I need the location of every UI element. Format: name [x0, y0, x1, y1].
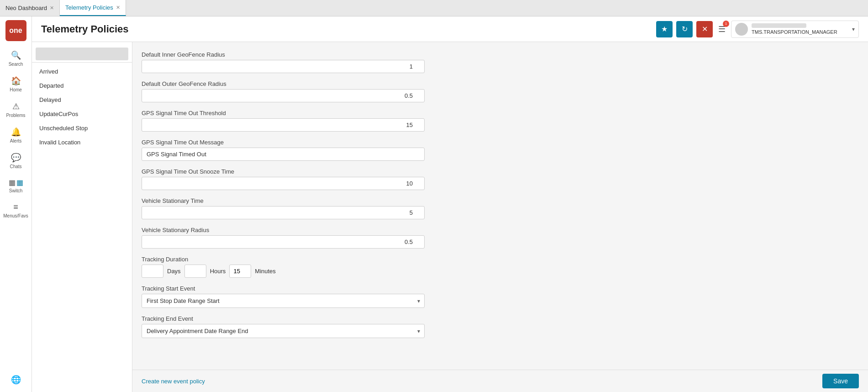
field-group-gps-snooze: GPS Signal Time Out Snooze Time: [142, 168, 859, 190]
tracking-start-event-wrapper: First Stop Date Range Start Delivery App…: [142, 294, 425, 308]
hamburger-button[interactable]: ☰ 1: [716, 22, 727, 36]
avatar: [735, 23, 748, 36]
app-layout: one 🔍 Search 🏠 Home ⚠ Problems 🔔 Alerts …: [0, 16, 868, 392]
nav-link-unscheduled-stop[interactable]: Unscheduled Stop: [32, 121, 132, 135]
tab-bar: Neo Dashboard ✕ Telemetry Policies ✕: [0, 0, 868, 16]
field-group-gps-timeout-threshold: GPS Signal Time Out Threshold: [142, 110, 859, 132]
label-tracking-end-event: Tracking End Event: [142, 315, 859, 322]
select-tracking-start-event[interactable]: First Stop Date Range Start Delivery App…: [142, 294, 425, 308]
home-icon: 🏠: [11, 76, 21, 86]
page-header: Telemetry Policies ★ ↻ ✕ ☰ 1 TMS.TRANSPO…: [32, 16, 868, 42]
sidebar-item-problems-label: Problems: [6, 113, 25, 118]
input-stationary-radius[interactable]: [142, 235, 425, 249]
search-icon: 🔍: [11, 50, 21, 60]
tracking-end-event-wrapper: Delivery Appointment Date Range End Firs…: [142, 324, 425, 338]
sidebar-item-chats-label: Chats: [10, 164, 21, 169]
input-duration-hours[interactable]: [184, 265, 206, 278]
duration-minutes-label: Minutes: [255, 268, 276, 275]
nav-link-updatecurpos[interactable]: UpdateCurPos: [32, 107, 132, 121]
sidebar-item-home[interactable]: 🏠 Home: [2, 72, 30, 96]
label-inner-geofence: Default Inner GeoFence Radius: [142, 51, 859, 58]
logo-text: one: [9, 26, 22, 35]
input-duration-days[interactable]: [142, 265, 163, 278]
tab-neo-dashboard-label: Neo Dashboard: [5, 5, 47, 11]
tab-neo-dashboard[interactable]: Neo Dashboard ✕: [0, 0, 60, 16]
tab-telemetry-policies[interactable]: Telemetry Policies ✕: [60, 0, 126, 16]
sidebar-item-switch[interactable]: ▦ ▦ Switch: [2, 175, 30, 197]
sidebar-item-alerts-label: Alerts: [10, 138, 22, 143]
sidebar-item-switch-label: Switch: [9, 188, 22, 193]
sidebar-item-chats[interactable]: 💬 Chats: [2, 149, 30, 173]
input-gps-timeout-threshold[interactable]: [142, 118, 425, 132]
menu-icon: ≡: [13, 202, 18, 212]
sidebar: one 🔍 Search 🏠 Home ⚠ Problems 🔔 Alerts …: [0, 16, 32, 392]
sidebar-item-menus-favs[interactable]: ≡ Menus/Favs: [2, 199, 30, 222]
warning-icon: ⚠: [12, 101, 20, 111]
sidebar-item-search-label: Search: [9, 62, 23, 67]
header-actions: ★ ↻ ✕ ☰ 1 TMS.TRANSPORTATION_MANAGER ▾: [656, 21, 859, 38]
label-gps-timeout-message: GPS Signal Time Out Message: [142, 139, 859, 146]
input-gps-snooze[interactable]: [142, 177, 425, 190]
page-title: Telemetry Policies: [41, 23, 129, 35]
footer-bar: Create new event policy Save: [132, 370, 868, 392]
label-gps-snooze: GPS Signal Time Out Snooze Time: [142, 168, 859, 175]
tab-telemetry-policies-close[interactable]: ✕: [116, 5, 120, 11]
sidebar-item-search[interactable]: 🔍 Search: [2, 47, 30, 70]
switch-icon-right: ▦: [16, 178, 23, 187]
main-content: Default Inner GeoFence Radius Default Ou…: [132, 42, 868, 370]
close-button[interactable]: ✕: [696, 21, 713, 37]
create-event-policy-link[interactable]: Create new event policy: [142, 378, 205, 385]
field-group-tracking-end-event: Tracking End Event Delivery Appointment …: [142, 315, 859, 338]
save-button[interactable]: Save: [822, 374, 859, 388]
star-button[interactable]: ★: [656, 21, 673, 37]
sidebar-item-menus-favs-label: Menus/Favs: [3, 213, 28, 218]
duration-days-label: Days: [167, 268, 181, 275]
user-area[interactable]: TMS.TRANSPORTATION_MANAGER ▾: [731, 21, 859, 38]
label-tracking-start-event: Tracking Start Event: [142, 285, 859, 292]
globe-icon: 🌐: [11, 375, 21, 385]
field-group-stationary-time: Vehicle Stationary Time: [142, 197, 859, 219]
logo[interactable]: one: [5, 20, 26, 41]
nav-link-delayed[interactable]: Delayed: [32, 93, 132, 107]
sidebar-item-globe[interactable]: 🌐: [2, 371, 30, 388]
input-stationary-time[interactable]: [142, 206, 425, 219]
label-gps-timeout-threshold: GPS Signal Time Out Threshold: [142, 110, 859, 117]
chevron-down-icon: ▾: [852, 26, 855, 32]
switch-icons: ▦ ▦: [9, 178, 23, 187]
nav-link-invalid-location[interactable]: Invalid Location: [32, 135, 132, 149]
sidebar-item-problems[interactable]: ⚠ Problems: [2, 98, 30, 122]
panel-divider: [32, 62, 132, 63]
notification-badge: 1: [723, 21, 729, 27]
duration-hours-label: Hours: [210, 268, 226, 275]
tab-telemetry-policies-label: Telemetry Policies: [65, 4, 113, 11]
input-duration-minutes[interactable]: [229, 265, 251, 278]
chat-icon: 💬: [11, 153, 21, 163]
tracking-duration-row: Days Hours Minutes: [142, 265, 859, 278]
input-gps-timeout-message[interactable]: [142, 148, 425, 161]
label-outer-geofence: Default Outer GeoFence Radius: [142, 80, 859, 87]
nav-link-arrived[interactable]: Arrived: [32, 64, 132, 79]
header-and-content: Telemetry Policies ★ ↻ ✕ ☰ 1 TMS.TRANSPO…: [32, 16, 868, 392]
user-info: TMS.TRANSPORTATION_MANAGER: [752, 23, 848, 35]
nav-link-departed[interactable]: Departed: [32, 79, 132, 93]
field-group-tracking-duration: Tracking Duration Days Hours Minutes: [142, 256, 859, 278]
sidebar-item-alerts[interactable]: 🔔 Alerts: [2, 123, 30, 147]
switch-icon-left: ▦: [9, 178, 16, 187]
left-panel: ... Arrived Departed Delayed UpdateCurPo…: [32, 42, 132, 392]
field-group-tracking-start-event: Tracking Start Event First Stop Date Ran…: [142, 285, 859, 308]
input-inner-geofence[interactable]: [142, 60, 425, 73]
select-tracking-end-event[interactable]: Delivery Appointment Date Range End Firs…: [142, 324, 425, 338]
user-name-blurred: [752, 23, 806, 28]
tab-neo-dashboard-close[interactable]: ✕: [50, 5, 54, 11]
label-tracking-duration: Tracking Duration: [142, 256, 859, 263]
user-role: TMS.TRANSPORTATION_MANAGER: [752, 29, 848, 35]
sidebar-item-home-label: Home: [10, 87, 22, 92]
field-group-stationary-radius: Vehicle Stationary Radius: [142, 227, 859, 249]
content-area: ... Arrived Departed Delayed UpdateCurPo…: [32, 42, 868, 392]
field-group-outer-geofence: Default Outer GeoFence Radius: [142, 80, 859, 102]
label-stationary-time: Vehicle Stationary Time: [142, 197, 859, 204]
input-outer-geofence[interactable]: [142, 89, 425, 102]
panel-header-blurred: ...: [36, 48, 128, 60]
bell-icon: 🔔: [11, 127, 21, 137]
refresh-button[interactable]: ↻: [676, 21, 693, 37]
